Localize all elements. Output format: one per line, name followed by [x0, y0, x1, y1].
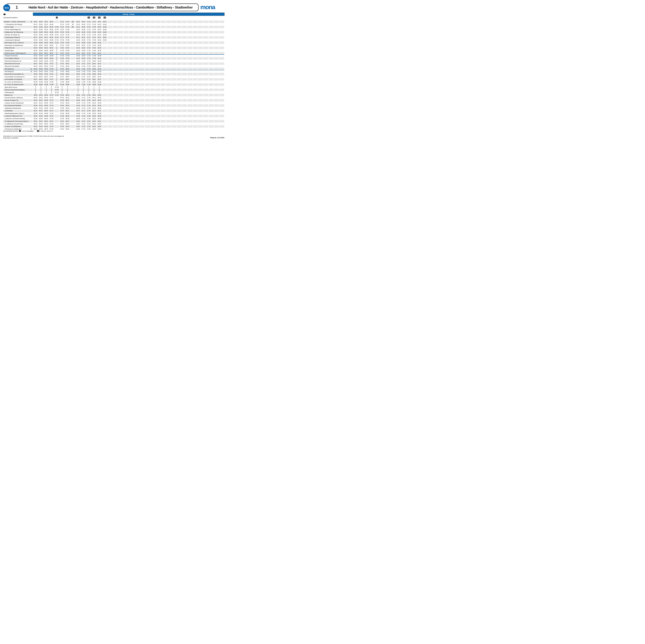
time-cell — [182, 44, 187, 46]
time-cell: 18.41 — [102, 20, 107, 23]
time-cell — [145, 88, 150, 91]
time-cell — [209, 83, 214, 86]
time-cell: 17.57 — [91, 52, 96, 54]
time-cell: Min — [70, 26, 75, 28]
station-cell: - Auf der Halde/Heiligkr.Str. — [3, 28, 33, 31]
time-cell — [198, 101, 203, 104]
time-cell — [198, 118, 203, 120]
time-cell — [219, 47, 224, 49]
skip-stop-wavy-icon — [51, 88, 52, 91]
time-cell — [193, 123, 198, 125]
time-cell — [187, 49, 192, 52]
time-cell: 17.52 — [86, 123, 91, 125]
time-cell: 06.57 — [49, 52, 54, 54]
station-name: - Immenstädter Str./Haslacher B. — [4, 76, 25, 77]
time-cell — [193, 47, 198, 49]
time-cell — [156, 115, 160, 117]
time-cell — [161, 91, 166, 94]
time-cell — [209, 33, 214, 36]
time-cell: 08.17 — [65, 110, 70, 112]
time-cell — [113, 65, 118, 67]
time-cell — [177, 62, 182, 65]
time-cell — [219, 75, 224, 78]
time-cell — [161, 33, 166, 36]
time-cell — [156, 73, 160, 75]
time-cell: 07.45 — [65, 28, 70, 31]
time-cell — [140, 47, 144, 49]
time-cell: 07.10 — [49, 94, 54, 96]
time-cell — [75, 86, 80, 88]
time-cell — [129, 94, 134, 96]
time-cell: 18.42 — [102, 23, 107, 26]
time-cell — [145, 120, 150, 123]
time-cell — [203, 67, 208, 70]
time-cell — [166, 91, 171, 94]
time-cell: 07.12 — [49, 99, 54, 101]
time-cell — [219, 33, 224, 36]
time-cell — [203, 78, 208, 81]
time-cell: 17.08 — [81, 81, 86, 83]
time-cell — [214, 39, 219, 41]
skip-stop-wavy-icon — [61, 88, 63, 91]
time-cell: 18.47 — [102, 36, 107, 39]
time-cell — [198, 88, 203, 91]
time-cell — [129, 65, 134, 67]
time-cell — [113, 52, 118, 54]
time-cell — [203, 28, 208, 31]
time-cell: 17.51 — [86, 120, 91, 123]
time-cell — [124, 91, 129, 94]
time-cell — [108, 88, 113, 91]
time-cell — [193, 96, 198, 99]
time-cell: 06.51 — [44, 120, 49, 123]
time-cell — [102, 128, 107, 130]
time-cell: 05.29 — [33, 57, 38, 60]
time-cell — [156, 54, 160, 57]
time-cell — [219, 125, 224, 128]
time-cell — [198, 41, 203, 44]
time-cell — [161, 70, 166, 73]
time-cell — [219, 31, 224, 33]
skip-stop-wavy-icon — [35, 88, 36, 91]
time-cell — [214, 112, 219, 115]
time-cell — [145, 91, 150, 94]
time-cell — [150, 112, 155, 115]
time-cell — [161, 54, 166, 57]
time-cell — [150, 65, 155, 67]
time-cell — [182, 70, 187, 73]
time-cell — [187, 39, 192, 41]
station-name: - M.-Lochb.-Str./Haubenschloß — [4, 84, 23, 85]
time-cell: 18.23 — [97, 47, 102, 49]
station-name: - Am Göhlenbach/Stadtbad — [4, 105, 21, 106]
time-cell — [54, 83, 59, 86]
time-cell — [134, 86, 139, 88]
time-cell — [177, 26, 182, 28]
time-cell — [187, 118, 192, 120]
time-cell — [70, 31, 75, 33]
time-cell — [118, 83, 123, 86]
time-cell — [219, 26, 224, 28]
time-cell: 06.16 — [38, 107, 43, 110]
time-cell — [193, 118, 198, 120]
time-cell — [177, 96, 182, 99]
time-cell — [44, 91, 49, 94]
time-cell — [134, 54, 139, 57]
time-cell — [177, 104, 182, 107]
time-cell — [140, 110, 144, 112]
route-title: Halde Nord - Auf der Halde - Zentrum - H… — [23, 3, 199, 11]
verkehrshinweis-label: VERKEHRSHINWEIS — [3, 17, 18, 18]
time-cell: 18.15 — [97, 28, 102, 31]
time-cell — [150, 36, 155, 39]
time-cell — [124, 67, 129, 70]
time-cell — [156, 88, 160, 91]
time-cell: 07.48 — [65, 39, 70, 41]
time-cell — [124, 41, 129, 44]
bus-logo-label: BUS — [5, 7, 9, 9]
time-cell — [203, 125, 208, 128]
time-cell — [161, 101, 166, 104]
time-cell — [150, 115, 155, 117]
time-cell: 06.52 — [44, 123, 49, 125]
time-cell: 06.22 — [44, 44, 49, 46]
time-cell: 05.44 — [38, 26, 43, 28]
time-cell: 06.48 — [49, 39, 54, 41]
time-cell — [102, 107, 107, 110]
